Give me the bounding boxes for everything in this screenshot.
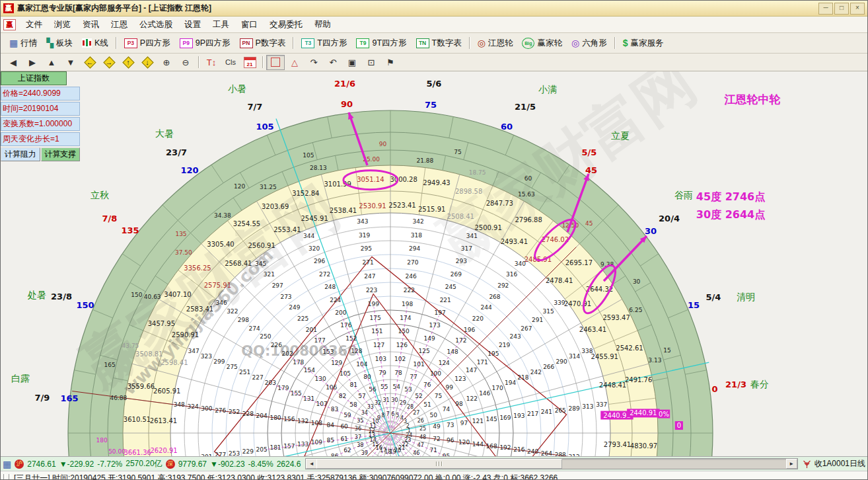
- toolbar-button-winner-wheel[interactable]: Big赢家轮: [517, 36, 567, 50]
- tool-shift-left[interactable]: ←: [81, 55, 99, 70]
- svg-text:62: 62: [344, 447, 351, 454]
- menu-item-6[interactable]: 工具: [207, 17, 235, 32]
- calc-button-0[interactable]: 计算阻力: [1, 147, 40, 161]
- tool-scroll-left[interactable]: ◀: [4, 55, 22, 70]
- tool-draw-square[interactable]: [266, 55, 285, 70]
- svg-text:2590.91: 2590.91: [172, 331, 199, 339]
- sh-pct: -7.72%: [97, 460, 122, 469]
- svg-text:3356.25: 3356.25: [184, 264, 211, 272]
- horizontal-scrollbar[interactable]: ◄ ►: [305, 458, 797, 469]
- toolbar-button-quotes[interactable]: ▦行情: [5, 36, 42, 50]
- menu-item-9[interactable]: 帮助: [308, 17, 337, 32]
- svg-text:30: 30: [645, 226, 657, 236]
- svg-text:58: 58: [349, 401, 357, 408]
- menu-item-4[interactable]: 公式选股: [133, 17, 178, 32]
- menu-item-8[interactable]: 交易委托: [264, 17, 308, 32]
- scrollbar-thumb[interactable]: [316, 459, 562, 469]
- calc-button-1[interactable]: 计算支撑: [41, 147, 81, 161]
- close-button[interactable]: ×: [850, 3, 865, 15]
- toolbar-button-gann-wheel[interactable]: ◎江恩轮: [473, 36, 518, 50]
- svg-text:81: 81: [350, 381, 357, 388]
- tool-shift-right[interactable]: →: [100, 55, 118, 70]
- svg-text:157: 157: [283, 443, 295, 450]
- svg-text:2695.17: 2695.17: [565, 259, 593, 266]
- tool-shift-down[interactable]: ↓: [138, 55, 157, 70]
- hexagon-label: 六角形: [582, 38, 607, 49]
- symbol-info-panel: 上证指数 价格=2440.9099时间=20190104变换系数=1.00000…: [1, 71, 80, 161]
- tool-fit-screen[interactable]: ▣: [343, 55, 361, 70]
- scrollbar-left-arrow[interactable]: ◄: [306, 459, 317, 469]
- toolbar-button-9p-square[interactable]: P99P四方形: [175, 36, 235, 50]
- tool-cls[interactable]: Cls: [221, 55, 240, 70]
- menu-item-0[interactable]: 文件: [20, 17, 48, 32]
- scrollbar-right-arrow[interactable]: ►: [786, 459, 797, 469]
- tool-zoom-out[interactable]: ⊖: [176, 55, 195, 70]
- toolbar-button-service[interactable]: $赢家服务: [618, 36, 669, 50]
- toolbar-button-9t-square[interactable]: T99T四方形: [351, 36, 411, 50]
- svg-text:21/6: 21/6: [334, 79, 355, 89]
- gann-wheel-chart[interactable]: 赢家财富网赢家财富网www.yingjia360.comQQ:100800360…: [1, 71, 868, 456]
- svg-text:132: 132: [297, 418, 308, 424]
- tool-draw-triangle[interactable]: △: [285, 55, 304, 70]
- quotes-grid-icon: ▦: [3, 460, 11, 469]
- menu-item-5[interactable]: 设置: [178, 17, 207, 32]
- tool-scroll-down[interactable]: ▼: [61, 55, 80, 70]
- t-table-label: T数字表: [432, 38, 462, 49]
- tool-zoom-in[interactable]: ⊕: [157, 55, 176, 70]
- tool-shrink[interactable]: ⊡: [362, 55, 380, 70]
- svg-text:131: 131: [303, 395, 314, 402]
- sectors-icon: ▚: [46, 38, 54, 48]
- maximize-button[interactable]: □: [834, 3, 849, 15]
- toolbar-button-t-table[interactable]: TNT数字表: [412, 36, 466, 50]
- toolbar-button-p-table[interactable]: PNP数字表: [235, 36, 291, 50]
- svg-text:299: 299: [213, 358, 225, 365]
- menu-item-7[interactable]: 窗口: [235, 17, 264, 32]
- svg-text:107: 107: [316, 401, 327, 407]
- svg-text:79: 79: [379, 370, 386, 376]
- menu-item-3[interactable]: 江恩: [105, 17, 133, 32]
- svg-text:75: 75: [425, 100, 437, 110]
- svg-text:2847.73: 2847.73: [486, 200, 513, 207]
- svg-text:3254.55: 3254.55: [233, 220, 260, 227]
- svg-text:150: 150: [131, 292, 142, 298]
- tool-scroll-right[interactable]: ▶: [23, 55, 42, 70]
- svg-text:QQ:100800360: QQ:100800360: [241, 343, 357, 359]
- svg-text:120: 120: [234, 183, 245, 190]
- svg-text:277: 277: [215, 452, 226, 456]
- svg-text:处暑: 处暑: [27, 290, 46, 300]
- tool-rotate-ccw[interactable]: ↶: [324, 55, 342, 70]
- svg-text:3610.51: 3610.51: [124, 416, 151, 423]
- svg-text:2620.91: 2620.91: [150, 447, 177, 454]
- svg-text:2545.91: 2545.91: [301, 215, 328, 222]
- tool-t-updown[interactable]: T↕: [202, 55, 221, 70]
- svg-text:173: 173: [429, 322, 441, 329]
- svg-text:3661.36: 3661.36: [124, 449, 151, 456]
- quotes-label: 行情: [20, 38, 37, 49]
- svg-text:341: 341: [466, 233, 478, 239]
- sz-pct: -8.45%: [248, 460, 273, 469]
- svg-text:240: 240: [527, 448, 538, 455]
- feed-status: 收1A0001日线: [814, 458, 865, 469]
- toolbar-button-t-square[interactable]: T3T四方形: [297, 36, 351, 50]
- sh-change: ▼-229.92: [59, 460, 94, 469]
- tool-shift-up[interactable]: ↑: [119, 55, 137, 70]
- svg-text:177: 177: [314, 337, 326, 344]
- svg-text:3559.66: 3559.66: [127, 383, 155, 390]
- svg-text:73: 73: [447, 422, 454, 428]
- svg-text:7: 7: [386, 411, 390, 417]
- toolbar-button-p-square[interactable]: P3P四方形: [120, 36, 175, 50]
- toolbar-button-kline[interactable]: K线: [77, 36, 113, 50]
- svg-text:2500.91: 2500.91: [474, 224, 501, 231]
- tool-calendar[interactable]: 21: [240, 55, 259, 70]
- tool-scroll-up[interactable]: ▲: [42, 55, 61, 70]
- tool-rotate-cw[interactable]: ↷: [305, 55, 323, 70]
- svg-text:292: 292: [497, 282, 509, 289]
- toolbar-button-sectors[interactable]: ▚板块: [42, 36, 77, 50]
- menu-item-2[interactable]: 资讯: [77, 17, 105, 32]
- minimize-button[interactable]: ─: [818, 3, 833, 15]
- svg-text:322: 322: [227, 308, 238, 315]
- svg-text:2593.47: 2593.47: [602, 314, 630, 321]
- toolbar-button-hexagon[interactable]: ◎六角形: [567, 36, 612, 50]
- tool-pin[interactable]: ⚑: [381, 55, 400, 70]
- menu-item-1[interactable]: 浏览: [48, 17, 77, 32]
